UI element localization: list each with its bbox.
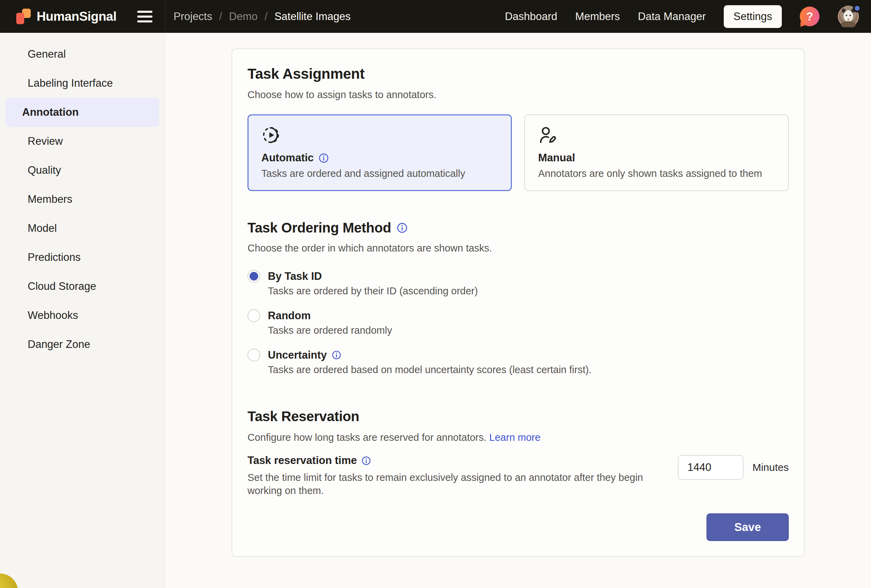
- radio-desc: Tasks are ordered by their ID (ascending…: [268, 285, 789, 297]
- save-button[interactable]: Save: [706, 513, 789, 541]
- option-card-manual[interactable]: Manual Annotators are only shown tasks a…: [524, 114, 789, 191]
- info-icon[interactable]: [362, 456, 371, 466]
- reservation-time-label: Task reservation time: [247, 454, 654, 467]
- nav-data-manager[interactable]: Data Manager: [638, 10, 706, 23]
- info-icon[interactable]: [319, 153, 329, 163]
- info-icon[interactable]: [397, 222, 407, 233]
- radio-random[interactable]: Random: [247, 309, 789, 322]
- task-ordering-title-text: Task Ordering Method: [247, 220, 391, 236]
- option-title-manual: Manual: [538, 152, 575, 164]
- option-desc-manual: Annotators are only shown tasks assigned…: [538, 168, 775, 179]
- task-reservation-subtitle: Configure how long tasks are reserved fo…: [247, 432, 789, 443]
- radio-label: By Task ID: [268, 270, 322, 283]
- user-pen-icon: [538, 125, 775, 145]
- settings-content-area: Task Assignment Choose how to assign tas…: [165, 33, 871, 588]
- radio-label: Random: [268, 310, 311, 322]
- sidebar-item-danger-zone[interactable]: Danger Zone: [6, 330, 159, 359]
- nav-members[interactable]: Members: [575, 10, 620, 23]
- assignment-option-cards: Automatic Tasks are ordered and assigned…: [247, 114, 789, 191]
- sidebar-item-labeling-interface[interactable]: Labeling Interface: [6, 69, 159, 98]
- info-icon[interactable]: [332, 350, 341, 360]
- ordering-radio-group: By Task ID Tasks are ordered by their ID…: [247, 270, 789, 376]
- topbar-left-section: HumanSignal: [0, 0, 165, 33]
- radio-desc: Tasks are ordered based on model uncerta…: [268, 364, 789, 376]
- radio-circle: [247, 270, 260, 283]
- radio-by-task-id[interactable]: By Task ID: [247, 270, 789, 283]
- radio-uncertainty[interactable]: Uncertainty: [247, 349, 789, 361]
- reservation-label-block: Task reservation time Set the time limit…: [247, 454, 654, 497]
- radio-circle: [247, 349, 260, 361]
- sidebar-item-general[interactable]: General: [6, 40, 159, 69]
- user-avatar[interactable]: [838, 6, 859, 27]
- reservation-unit-label: Minutes: [753, 455, 789, 480]
- reservation-time-label-text: Task reservation time: [247, 454, 357, 467]
- save-row: Save: [247, 513, 789, 541]
- breadcrumb-current-page: Satellite Images: [274, 10, 351, 23]
- radio-circle: [247, 309, 260, 322]
- topbar-right-section: Dashboard Members Data Manager Settings …: [505, 5, 871, 28]
- radio-label-text: Uncertainty: [268, 349, 327, 361]
- radio-option-random: Random Tasks are ordered randomly: [247, 309, 789, 336]
- sidebar-item-annotation[interactable]: Annotation: [6, 98, 159, 127]
- breadcrumb-separator: /: [265, 10, 268, 23]
- option-title-automatic: Automatic: [261, 152, 314, 164]
- settings-sidebar: General Labeling Interface Annotation Re…: [0, 33, 165, 588]
- notification-dot: [853, 4, 861, 12]
- sidebar-item-predictions[interactable]: Predictions: [6, 243, 159, 272]
- radio-option-uncertainty: Uncertainty Tasks are ordered based on m…: [247, 349, 789, 376]
- task-reservation-subtitle-text: Configure how long tasks are reserved fo…: [247, 432, 486, 443]
- task-ordering-title: Task Ordering Method: [247, 220, 789, 236]
- reservation-time-input[interactable]: [678, 455, 744, 480]
- sidebar-item-quality[interactable]: Quality: [6, 156, 159, 185]
- breadcrumb-projects[interactable]: Projects: [174, 10, 212, 23]
- hamburger-menu-icon[interactable]: [137, 9, 153, 24]
- task-assignment-subtitle: Choose how to assign tasks to annotators…: [247, 89, 789, 100]
- radio-option-by-task-id: By Task ID Tasks are ordered by their ID…: [247, 270, 789, 297]
- autoplay-icon: [261, 125, 498, 145]
- logo-text: HumanSignal: [37, 9, 117, 24]
- annotation-settings-card: Task Assignment Choose how to assign tas…: [232, 48, 805, 557]
- sidebar-item-cloud-storage[interactable]: Cloud Storage: [6, 272, 159, 301]
- nav-settings-button[interactable]: Settings: [724, 5, 782, 28]
- nav-dashboard[interactable]: Dashboard: [505, 10, 558, 23]
- task-assignment-title: Task Assignment: [247, 66, 789, 82]
- task-ordering-subtitle: Choose the order in which annotators are…: [247, 243, 789, 254]
- sidebar-item-members[interactable]: Members: [6, 185, 159, 214]
- reservation-time-description: Set the time limit for tasks to remain e…: [247, 471, 654, 497]
- reservation-input-group: Minutes: [678, 454, 789, 497]
- radio-label: Uncertainty: [268, 349, 341, 361]
- option-card-automatic[interactable]: Automatic Tasks are ordered and assigned…: [247, 114, 512, 191]
- breadcrumb-separator: /: [219, 10, 222, 23]
- sidebar-item-model[interactable]: Model: [6, 214, 159, 243]
- reservation-time-row: Task reservation time Set the time limit…: [247, 454, 789, 497]
- humansignal-logo-icon: [15, 9, 31, 24]
- radio-desc: Tasks are ordered randomly: [268, 325, 789, 336]
- sidebar-item-review[interactable]: Review: [6, 127, 159, 156]
- option-desc-automatic: Tasks are ordered and assigned automatic…: [261, 168, 498, 179]
- help-bubble-icon[interactable]: ?: [800, 7, 820, 26]
- breadcrumb-project-demo[interactable]: Demo: [229, 10, 258, 23]
- task-reservation-title: Task Reservation: [247, 409, 789, 424]
- learn-more-link[interactable]: Learn more: [489, 432, 540, 443]
- top-navigation-bar: HumanSignal Projects / Demo / Satellite …: [0, 0, 871, 33]
- breadcrumb: Projects / Demo / Satellite Images: [174, 10, 351, 23]
- humansignal-logo[interactable]: HumanSignal: [15, 9, 117, 24]
- sidebar-item-webhooks[interactable]: Webhooks: [6, 301, 159, 330]
